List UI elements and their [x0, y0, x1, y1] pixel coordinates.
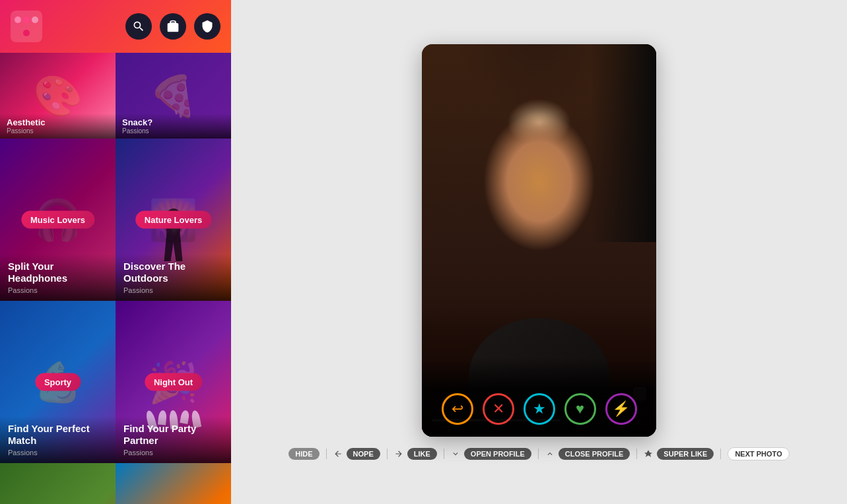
nature-card-info: Discover The Outdoors Passions [116, 254, 231, 301]
next-photo-shortcut: NEXT PHOTO [728, 447, 789, 460]
boost-btn-overlay[interactable]: ⚡ [605, 393, 637, 425]
like-arrow-icon [394, 449, 403, 458]
close-profile-shortcut: CLOSE PROFILE [545, 448, 630, 460]
nature-title: Discover The Outdoors [123, 261, 223, 284]
nature-subtitle: Passions [123, 286, 223, 294]
snack-subtitle: Passions [122, 127, 224, 135]
music-title: Split Your Headphones [8, 261, 108, 284]
bag-icon-btn[interactable] [160, 13, 186, 40]
night-out-subtitle: Passions [123, 449, 223, 457]
divider-6 [720, 449, 721, 459]
close-profile-arrow-icon [545, 449, 555, 458]
nope-arrow-icon [333, 449, 343, 458]
open-profile-key[interactable]: OPEN PROFILE [464, 448, 531, 460]
music-lovers-card[interactable]: 🎧 Music Lovers Split Your Headphones Pas… [0, 139, 116, 301]
app-logo [11, 11, 42, 42]
thrill-bg-icon: 🧗 [0, 463, 116, 504]
hide-shortcut: HIDE [288, 448, 319, 460]
wanderlust-bg-icon: ✈️ [116, 463, 231, 504]
profile-actions-overlay: ↩ ✕ ★ ♥ ⚡ [422, 358, 656, 437]
next-photo-key[interactable]: NEXT PHOTO [728, 447, 789, 460]
nope-key[interactable]: NOPE [347, 448, 380, 460]
shield-icon-btn[interactable] [194, 13, 220, 40]
open-profile-arrow-icon [451, 449, 460, 458]
thrill-seekers-card[interactable]: 🧗 Thrill Seekers Passions [0, 463, 116, 504]
overlay-action-btns: ↩ ✕ ★ ♥ ⚡ [442, 393, 637, 430]
sporty-subtitle: Passions [8, 449, 108, 457]
aesthetic-title: Aesthetic [7, 117, 109, 127]
passion-cards-grid: 🎧 Music Lovers Split Your Headphones Pas… [0, 139, 231, 504]
wanderlust-card[interactable]: ✈️ Wanderlust Passions [116, 463, 231, 504]
main-content: ↩ ✕ ★ ♥ ⚡ HIDE NOPE LIKE [231, 0, 847, 504]
hide-key[interactable]: HIDE [288, 448, 319, 460]
music-subtitle: Passions [8, 286, 108, 294]
sporty-card-info: Find Your Perfect Match Passions [0, 416, 116, 463]
shortcuts-bar: HIDE NOPE LIKE OPEN PROFILE [288, 447, 789, 460]
snack-card[interactable]: 🍕 Snack? Passions [116, 53, 231, 139]
nope-shortcut: NOPE [333, 448, 380, 460]
profile-card: ↩ ✕ ★ ♥ ⚡ [422, 44, 656, 437]
open-profile-shortcut: OPEN PROFILE [451, 448, 531, 460]
aesthetic-card[interactable]: 🎨 Aesthetic Passions [0, 53, 116, 139]
night-out-tag: Night Out [145, 373, 202, 391]
rewind-btn-overlay[interactable]: ↩ [442, 393, 473, 425]
search-icon-btn[interactable] [125, 13, 152, 40]
snack-title: Snack? [122, 117, 224, 127]
night-out-card[interactable]: 🎉 Night Out Find Your Party Partner Pass… [116, 301, 231, 463]
night-out-card-info: Find Your Party Partner Passions [116, 416, 231, 463]
super-like-shortcut: SUPER LIKE [644, 448, 714, 460]
nature-lovers-card[interactable]: 🌄 Nature Lovers Discover The Outdoors Pa… [116, 139, 231, 301]
super-like-key[interactable]: SUPER LIKE [657, 448, 714, 460]
like-key[interactable]: LIKE [407, 448, 437, 460]
star-btn-overlay[interactable]: ★ [524, 393, 555, 425]
sporty-tag: Sporty [35, 373, 81, 391]
divider-1 [326, 449, 327, 459]
nope-btn-overlay[interactable]: ✕ [483, 393, 514, 425]
music-card-info: Split Your Headphones Passions [0, 254, 116, 301]
music-tag: Music Lovers [21, 211, 94, 229]
close-profile-key[interactable]: CLOSE PROFILE [559, 448, 630, 460]
divider-4 [538, 449, 539, 459]
top-cards-row: 🎨 Aesthetic Passions 🍕 Snack? Passions [0, 53, 231, 139]
sidebar: 🎨 Aesthetic Passions 🍕 Snack? Passions 🎧… [0, 0, 231, 504]
aesthetic-card-info: Aesthetic Passions [0, 113, 116, 139]
divider-3 [444, 449, 444, 459]
divider-5 [636, 449, 637, 459]
sporty-card[interactable]: 💪 Sporty Find Your Perfect Match Passion… [0, 301, 116, 463]
sporty-title: Find Your Perfect Match [8, 423, 108, 447]
nature-tag: Nature Lovers [135, 211, 211, 229]
divider-2 [387, 449, 388, 459]
like-shortcut: LIKE [394, 448, 437, 460]
super-like-icon [644, 449, 653, 458]
snack-card-info: Snack? Passions [116, 113, 231, 139]
night-out-title: Find Your Party Partner [123, 423, 223, 447]
like-btn-overlay[interactable]: ♥ [564, 393, 596, 425]
sidebar-header [0, 0, 231, 53]
aesthetic-subtitle: Passions [7, 127, 109, 135]
